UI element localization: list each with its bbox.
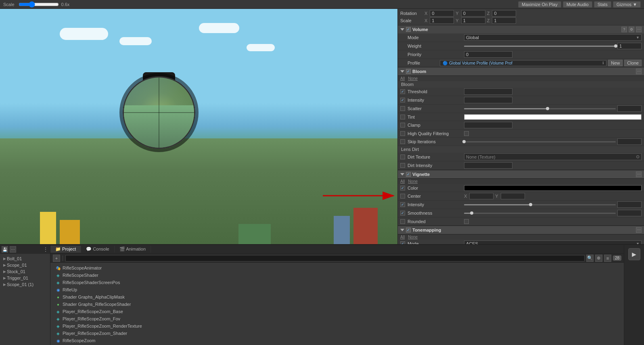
project-item-zoom-fov[interactable]: ◈ Player_RifleScopeZoom_Fov xyxy=(54,315,621,322)
project-item-riflescope-screen[interactable]: ◈ RifleScopeShaderScreenPos xyxy=(54,279,621,286)
tab-project[interactable]: 📁 Project xyxy=(50,246,81,253)
vignette-enable-checkbox[interactable]: ✓ xyxy=(406,172,411,177)
volume-settings-icon[interactable]: ⚙ xyxy=(629,27,634,32)
bloom-hqf-checkbox[interactable] xyxy=(400,131,405,136)
project-view-btn[interactable]: ≡ xyxy=(604,255,611,262)
volume-weight-input[interactable]: 1 xyxy=(617,43,642,49)
tab-animation[interactable]: 🎬 Animation xyxy=(115,246,151,253)
tonemapping-mode-checkbox[interactable] xyxy=(400,241,405,244)
gizmos-btn[interactable]: Gizmos ▼ xyxy=(613,1,641,8)
sidebar-item-stock01[interactable]: ▶ Stock_01 xyxy=(2,268,48,275)
bloom-scatter-input[interactable]: 0.7 xyxy=(617,105,642,112)
volume-section-header[interactable]: ✓ Volume ? ⚙ ⋯ xyxy=(398,25,644,33)
scale-y-input[interactable] xyxy=(461,17,485,24)
scale-z-input[interactable] xyxy=(492,17,516,24)
project-search-input[interactable] xyxy=(65,255,585,261)
volume-mode-dropdown[interactable]: Global ▼ xyxy=(464,34,642,41)
bloom-intensity-input[interactable]: 1 xyxy=(464,97,512,103)
tab-console[interactable]: 💬 Console xyxy=(81,246,114,253)
bloom-scatter-checkbox[interactable] xyxy=(400,106,405,111)
vignette-rounded-checkbox[interactable] xyxy=(400,219,405,224)
vignette-smoothness-checkbox[interactable] xyxy=(400,211,405,215)
vignette-rounded-toggle[interactable] xyxy=(464,219,469,224)
vignette-intensity-slider[interactable] xyxy=(464,204,616,205)
dirt-texture-checkbox[interactable] xyxy=(400,155,405,159)
tonemapping-more-icon[interactable]: ⋯ xyxy=(636,227,642,233)
vignette-none-link[interactable]: None xyxy=(408,179,418,184)
scale-x-input[interactable] xyxy=(430,17,454,24)
volume-info-icon[interactable]: ? xyxy=(621,27,627,32)
project-item-alpha-clip[interactable]: ● Shader Graphs_AlphaClipMask xyxy=(54,293,621,301)
bloom-section-header[interactable]: ✓ Bloom ⋯ xyxy=(398,67,644,76)
vignette-color-checkbox[interactable] xyxy=(400,186,405,190)
scale-slider[interactable] xyxy=(19,1,59,8)
vignette-smoothness-slider[interactable] xyxy=(464,213,616,214)
sidebar-more-icon[interactable]: ⋯ xyxy=(10,246,16,253)
vignette-center-checkbox[interactable] xyxy=(400,194,405,199)
bloom-tint-swatch[interactable] xyxy=(464,114,642,120)
dirt-intensity-checkbox[interactable] xyxy=(400,163,405,168)
vignette-more-icon[interactable]: ⋯ xyxy=(636,171,642,177)
bloom-more-icon[interactable]: ⋯ xyxy=(636,69,642,74)
project-add-btn[interactable]: + xyxy=(53,255,60,262)
vignette-color-swatch[interactable] xyxy=(464,185,642,191)
project-filter-btn[interactable]: ⊕ xyxy=(595,255,602,262)
tonemapping-none-link[interactable]: None xyxy=(408,235,418,239)
project-item-zoom-rendertex[interactable]: ◈ Player_RifleScopeZoom_RenderTexture xyxy=(54,322,621,330)
bloom-clamp-checkbox[interactable] xyxy=(400,123,405,128)
sidebar-dots[interactable]: ⋮ xyxy=(43,246,48,253)
project-item-riflescopeanimator[interactable]: 🎭 RifleScopeAnimator xyxy=(54,264,621,272)
bloom-hqf-toggle[interactable] xyxy=(464,131,469,136)
sidebar-item-scope01[interactable]: ▶ Scope_01 xyxy=(2,262,48,268)
volume-more-icon[interactable]: ⋯ xyxy=(636,27,642,32)
volume-priority-input[interactable]: 0 xyxy=(464,51,512,58)
sidebar-save-icon[interactable]: 💾 xyxy=(2,246,8,253)
stats-btn[interactable]: Stats xyxy=(594,1,611,8)
tonemapping-all-link[interactable]: All xyxy=(400,235,405,239)
bloom-threshold-input[interactable]: 0.8 xyxy=(464,88,512,95)
vignette-intensity-checkbox[interactable] xyxy=(400,202,405,207)
profile-new-btn[interactable]: New xyxy=(608,60,623,66)
bloom-skip-slider[interactable] xyxy=(464,141,616,142)
project-search-icon-btn[interactable]: 🔍 xyxy=(586,255,594,262)
dirt-texture-field[interactable]: None (Texture) ⊙ xyxy=(464,153,642,160)
tonemapping-mode-dropdown[interactable]: ACES ▼ xyxy=(464,240,642,244)
vignette-smoothness-input[interactable]: 0.05 xyxy=(617,210,642,216)
project-item-rifleup[interactable]: ◉ RifleUp xyxy=(54,286,621,293)
project-item-zoom-base[interactable]: ◈ Player_RifleScopeZoom_Base xyxy=(54,308,621,315)
center-x-input[interactable]: 0.5 xyxy=(469,193,493,199)
project-item-riflescope-zoom[interactable]: ◉ RifleScopeZoom xyxy=(54,337,621,344)
project-item-riflescope-shader[interactable]: ◈ RifleScopeShader xyxy=(54,272,621,279)
bloom-none-link[interactable]: None xyxy=(408,76,418,81)
project-item-riflescope-shader2[interactable]: ● Shader Graphs_RifleScopeShader xyxy=(54,301,621,308)
dirt-intensity-input[interactable]: 0 xyxy=(464,162,512,169)
rotation-z-input[interactable] xyxy=(492,10,516,17)
bloom-intensity-checkbox[interactable] xyxy=(400,98,405,102)
sidebar-item-bolt01[interactable]: ▶ Bolt_01 xyxy=(2,255,48,262)
maximize-play-btn[interactable]: Maximize On Play xyxy=(518,1,561,8)
rotation-y-input[interactable] xyxy=(461,10,485,17)
sidebar-item-scope01-1[interactable]: ▶ Scope_01 (1) xyxy=(2,281,48,288)
bloom-skip-checkbox[interactable] xyxy=(400,139,405,144)
bloom-enable-checkbox[interactable]: ✓ xyxy=(406,69,411,74)
bloom-skip-input[interactable]: 1 xyxy=(617,138,642,145)
volume-enable-checkbox[interactable]: ✓ xyxy=(406,27,411,32)
play-button[interactable]: ▶ xyxy=(628,248,640,260)
center-y-input[interactable]: 0.5 xyxy=(501,193,525,199)
profile-clone-btn[interactable]: Clone xyxy=(624,60,642,66)
tonemapping-section-header[interactable]: ✓ Tonemapping ⋯ xyxy=(398,226,644,234)
bloom-tint-checkbox[interactable] xyxy=(400,115,405,119)
bloom-scatter-slider[interactable] xyxy=(464,108,616,109)
project-item-zoom-shader[interactable]: ◈ Player_RifleScopeZoom_Shader xyxy=(54,330,621,337)
tonemapping-enable-checkbox[interactable]: ✓ xyxy=(406,228,411,232)
rotation-x-input[interactable] xyxy=(430,10,454,17)
vignette-all-link[interactable]: All xyxy=(400,179,405,184)
bloom-all-link[interactable]: All xyxy=(400,76,405,81)
volume-weight-slider[interactable] xyxy=(464,46,616,47)
bloom-clamp-input[interactable]: 65472 xyxy=(464,122,512,128)
vignette-section-header[interactable]: ✓ Vignette ⋯ xyxy=(398,170,644,179)
volume-profile-field[interactable]: 🔵 Global Volume Profile (Volume Prof ℹ xyxy=(440,60,606,66)
sidebar-item-trigger01[interactable]: ▶ Trigger_01 xyxy=(2,275,48,281)
vignette-intensity-input[interactable]: 0.44 xyxy=(617,201,642,208)
bloom-threshold-checkbox[interactable] xyxy=(400,89,405,94)
